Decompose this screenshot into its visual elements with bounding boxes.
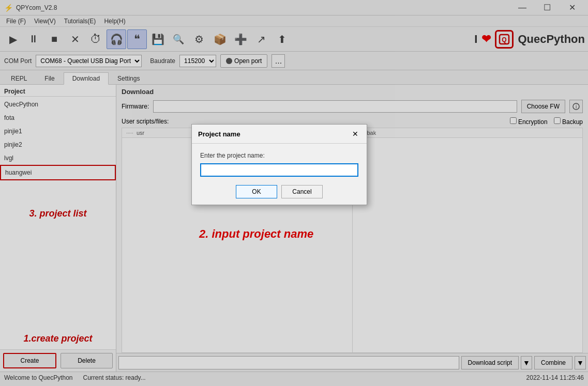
dialog-body: Enter the project name: [192,144,367,181]
annotation-input-project-name: 2. input project name [199,227,313,241]
dialog-input[interactable] [200,163,358,177]
dialog-ok-button[interactable]: OK [236,185,277,198]
dialog-title-text: Project name [198,130,240,138]
dialog-close-button[interactable]: ✕ [350,129,360,139]
dialog-title-bar: Project name ✕ [192,125,367,144]
project-name-dialog: Project name ✕ Enter the project name: O… [191,124,367,205]
dialog-label: Enter the project name: [200,152,358,159]
dialog-buttons: OK Cancel [192,181,367,205]
dialog-overlay: Project name ✕ Enter the project name: O… [0,0,588,386]
dialog-cancel-button[interactable]: Cancel [281,185,323,198]
